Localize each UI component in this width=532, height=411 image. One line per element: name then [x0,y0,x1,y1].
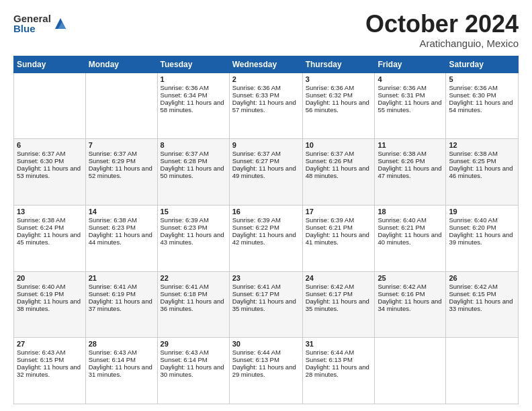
day-cell: 29Sunrise: 6:43 AMSunset: 6:14 PMDayligh… [157,338,229,404]
day-number: 23 [232,274,300,282]
sunrise-text: Sunrise: 6:36 AM [449,84,515,91]
sunset-text: Sunset: 6:33 PM [232,91,300,99]
daylight-text: Daylight: 11 hours and 41 minutes. [306,231,372,246]
day-number: 2 [232,75,300,83]
day-cell: 25Sunrise: 6:42 AMSunset: 6:16 PMDayligh… [375,271,446,338]
sunrise-text: Sunrise: 6:39 AM [306,216,372,224]
daylight-text: Daylight: 11 hours and 31 minutes. [89,363,154,378]
daylight-text: Daylight: 11 hours and 36 minutes. [161,298,226,312]
day-number: 31 [306,340,372,348]
daylight-text: Daylight: 11 hours and 40 minutes. [378,231,443,246]
day-number: 24 [306,274,372,282]
daylight-text: Daylight: 11 hours and 45 minutes. [17,231,83,246]
daylight-text: Daylight: 11 hours and 29 minutes. [232,363,300,378]
sunrise-text: Sunrise: 6:44 AM [232,349,300,356]
day-cell: 21Sunrise: 6:41 AMSunset: 6:19 PMDayligh… [85,271,157,338]
day-number: 3 [306,75,372,83]
sunrise-text: Sunrise: 6:39 AM [161,216,226,224]
logo-text: General Blue [13,13,51,34]
day-number: 9 [232,141,300,149]
daylight-text: Daylight: 11 hours and 35 minutes. [306,298,372,312]
day-cell: 16Sunrise: 6:39 AMSunset: 6:22 PMDayligh… [229,205,302,271]
sunrise-text: Sunrise: 6:42 AM [306,283,372,290]
day-number: 16 [232,208,300,216]
daylight-text: Daylight: 11 hours and 57 minutes. [232,99,300,113]
sunset-text: Sunset: 6:18 PM [161,290,226,298]
day-cell [446,338,519,404]
day-number: 10 [306,141,372,149]
sunset-text: Sunset: 6:14 PM [89,356,154,363]
day-cell: 19Sunrise: 6:40 AMSunset: 6:20 PMDayligh… [446,205,519,271]
daylight-text: Daylight: 11 hours and 38 minutes. [17,298,83,312]
sunrise-text: Sunrise: 6:43 AM [161,349,226,356]
day-cell: 15Sunrise: 6:39 AMSunset: 6:23 PMDayligh… [157,205,229,271]
day-number: 7 [89,141,154,149]
sunrise-text: Sunrise: 6:43 AM [89,349,154,356]
day-number: 30 [232,340,300,348]
sunrise-text: Sunrise: 6:37 AM [89,150,154,157]
daylight-text: Daylight: 11 hours and 54 minutes. [449,99,515,113]
col-monday: Monday [85,56,157,73]
sunset-text: Sunset: 6:28 PM [161,157,226,165]
day-number: 28 [89,340,154,348]
day-number: 13 [17,208,83,216]
daylight-text: Daylight: 11 hours and 42 minutes. [232,231,300,246]
day-cell [375,338,446,404]
sunset-text: Sunset: 6:16 PM [378,290,443,298]
sunrise-text: Sunrise: 6:44 AM [306,349,372,356]
col-wednesday: Wednesday [229,56,302,73]
sunrise-text: Sunrise: 6:38 AM [89,216,154,224]
daylight-text: Daylight: 11 hours and 49 minutes. [232,165,300,179]
header-row: Sunday Monday Tuesday Wednesday Thursday… [14,56,519,73]
sunrise-text: Sunrise: 6:42 AM [449,283,515,290]
day-number: 18 [378,208,443,216]
sunrise-text: Sunrise: 6:36 AM [306,84,372,91]
sunset-text: Sunset: 6:22 PM [232,224,300,231]
day-number: 26 [449,274,515,282]
sunset-text: Sunset: 6:17 PM [232,290,300,298]
sunset-text: Sunset: 6:29 PM [89,157,154,165]
sunset-text: Sunset: 6:25 PM [449,157,515,165]
title-block: October 2024 Aratichanguio, Mexico [365,11,519,49]
day-cell: 14Sunrise: 6:38 AMSunset: 6:23 PMDayligh… [85,205,157,271]
header: General Blue October 2024 Aratichanguio,… [13,11,519,49]
day-cell [14,73,86,139]
daylight-text: Daylight: 11 hours and 58 minutes. [161,99,226,113]
daylight-text: Daylight: 11 hours and 43 minutes. [161,231,226,246]
logo-general: General [13,13,51,24]
day-cell: 22Sunrise: 6:41 AMSunset: 6:18 PMDayligh… [157,271,229,338]
calendar-table: Sunday Monday Tuesday Wednesday Thursday… [13,56,519,404]
week-row-0: 1Sunrise: 6:36 AMSunset: 6:34 PMDaylight… [14,73,519,139]
day-number: 22 [161,274,226,282]
daylight-text: Daylight: 11 hours and 34 minutes. [378,298,443,312]
sunrise-text: Sunrise: 6:36 AM [161,84,226,91]
sunset-text: Sunset: 6:26 PM [378,157,443,165]
day-number: 20 [17,274,83,282]
day-cell: 5Sunrise: 6:36 AMSunset: 6:30 PMDaylight… [446,73,519,139]
sunrise-text: Sunrise: 6:41 AM [232,283,300,290]
day-cell: 18Sunrise: 6:40 AMSunset: 6:21 PMDayligh… [375,205,446,271]
day-cell: 3Sunrise: 6:36 AMSunset: 6:32 PMDaylight… [302,73,375,139]
month-title: October 2024 [365,11,519,38]
day-cell: 2Sunrise: 6:36 AMSunset: 6:33 PMDaylight… [229,73,302,139]
sunset-text: Sunset: 6:15 PM [449,290,515,298]
day-number: 17 [306,208,372,216]
sunset-text: Sunset: 6:30 PM [17,157,83,165]
sunrise-text: Sunrise: 6:42 AM [378,283,443,290]
sunset-text: Sunset: 6:32 PM [306,91,372,99]
day-cell: 17Sunrise: 6:39 AMSunset: 6:21 PMDayligh… [302,205,375,271]
day-number: 21 [89,274,154,282]
day-cell: 1Sunrise: 6:36 AMSunset: 6:34 PMDaylight… [157,73,229,139]
sunset-text: Sunset: 6:31 PM [378,91,443,99]
day-cell: 4Sunrise: 6:36 AMSunset: 6:31 PMDaylight… [375,73,446,139]
daylight-text: Daylight: 11 hours and 53 minutes. [17,165,83,179]
location: Aratichanguio, Mexico [365,38,519,49]
daylight-text: Daylight: 11 hours and 47 minutes. [378,165,443,179]
sunset-text: Sunset: 6:23 PM [161,224,226,231]
week-row-4: 27Sunrise: 6:43 AMSunset: 6:15 PMDayligh… [14,338,519,404]
sunset-text: Sunset: 6:19 PM [89,290,154,298]
sunset-text: Sunset: 6:21 PM [378,224,443,231]
sunrise-text: Sunrise: 6:40 AM [449,216,515,224]
page: General Blue October 2024 Aratichanguio,… [0,0,532,411]
day-number: 8 [161,141,226,149]
